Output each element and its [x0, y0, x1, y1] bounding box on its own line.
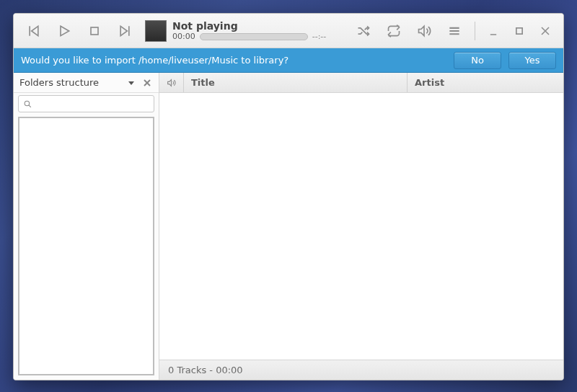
svg-marker-17	[168, 79, 172, 86]
desktop-background: Not playing 00:00 --:--	[0, 0, 577, 392]
sidebar-dropdown-button[interactable]	[125, 79, 137, 86]
import-no-button[interactable]: No	[454, 52, 501, 69]
repeat-button[interactable]	[379, 17, 408, 45]
music-player-window: Not playing 00:00 --:--	[13, 13, 564, 380]
play-button[interactable]	[50, 17, 79, 45]
tracks-panel: Title Artist 0 Tracks - 00:00	[159, 73, 563, 380]
now-playing: Not playing 00:00 --:--	[145, 20, 326, 42]
seek-bar[interactable]	[200, 33, 308, 40]
svg-rect-9	[516, 27, 522, 33]
artist-column-header[interactable]: Artist	[408, 73, 563, 92]
tracks-list[interactable]	[159, 93, 563, 360]
minimize-window-button[interactable]	[481, 17, 506, 45]
svg-point-15	[25, 101, 30, 106]
column-headers: Title Artist	[159, 73, 563, 93]
now-playing-title: Not playing	[172, 20, 326, 32]
album-art-placeholder	[145, 20, 167, 42]
svg-marker-12	[128, 81, 134, 85]
svg-marker-4	[419, 26, 425, 35]
menu-button[interactable]	[440, 17, 469, 45]
svg-marker-0	[32, 26, 38, 35]
sidebar-header: Folders structure	[14, 73, 159, 93]
folder-tree[interactable]	[18, 117, 154, 375]
svg-marker-1	[61, 26, 69, 35]
next-track-button[interactable]	[110, 17, 139, 45]
sidebar: Folders structure	[14, 73, 159, 380]
playing-column-header[interactable]	[159, 73, 184, 92]
content-area: Folders structure	[14, 73, 563, 380]
import-yes-button[interactable]: Yes	[508, 52, 556, 69]
import-banner: Would you like to import /home/liveuser/…	[14, 48, 563, 73]
volume-button[interactable]	[410, 17, 439, 45]
maximize-window-button[interactable]	[507, 17, 532, 45]
main-toolbar: Not playing 00:00 --:--	[14, 14, 563, 48]
sidebar-close-button[interactable]	[141, 79, 153, 86]
close-window-button[interactable]	[533, 17, 558, 45]
import-banner-message: Would you like to import /home/liveuser/…	[21, 55, 446, 66]
sidebar-search	[14, 93, 159, 115]
status-text: 0 Tracks - 00:00	[168, 365, 243, 375]
svg-rect-2	[91, 27, 98, 35]
svg-marker-3	[120, 26, 127, 35]
toolbar-separator	[475, 22, 475, 40]
elapsed-time: 00:00	[172, 32, 195, 41]
svg-line-16	[29, 104, 31, 107]
remaining-time: --:--	[312, 32, 327, 41]
stop-button[interactable]	[80, 17, 109, 45]
search-input[interactable]	[18, 95, 154, 112]
status-bar: 0 Tracks - 00:00	[159, 360, 563, 380]
title-column-header[interactable]: Title	[184, 73, 408, 92]
shuffle-button[interactable]	[349, 17, 378, 45]
sidebar-title: Folders structure	[19, 77, 121, 88]
previous-track-button[interactable]	[19, 17, 48, 45]
